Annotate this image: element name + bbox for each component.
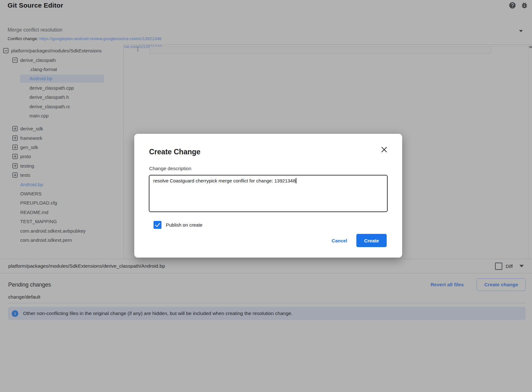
change-description-value: resolve Coastguard cherrypick merge conf… — [153, 178, 295, 183]
change-description-input[interactable]: resolve Coastguard cherrypick merge conf… — [149, 175, 388, 212]
git-source-editor-page: Git Source Editor Merge conflict resolut… — [0, 0, 532, 392]
create-button[interactable]: Create — [356, 234, 387, 247]
publish-on-create-row[interactable]: Publish on create — [154, 221, 203, 229]
text-cursor — [296, 178, 296, 183]
change-description-label: Change description — [149, 166, 191, 171]
dialog-title: Create Change — [149, 148, 200, 156]
create-change-dialog: Create Change Change description resolve… — [134, 134, 402, 258]
cancel-button[interactable]: Cancel — [332, 238, 347, 243]
publish-on-create-label: Publish on create — [166, 222, 203, 228]
publish-checkbox-checked-icon[interactable] — [154, 221, 161, 229]
close-icon[interactable] — [380, 146, 388, 154]
